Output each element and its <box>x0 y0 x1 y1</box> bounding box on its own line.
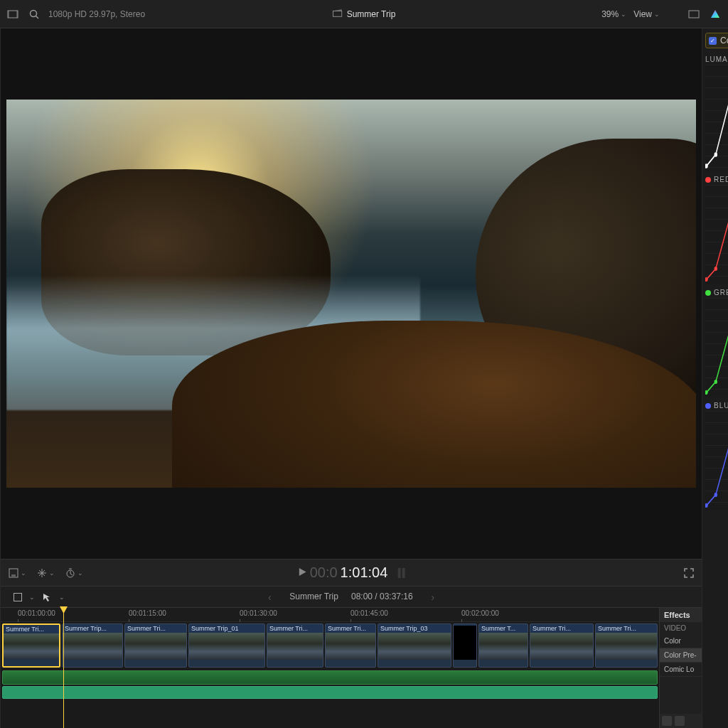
project-title: Summer Trip <box>347 9 396 19</box>
arrow-tool[interactable] <box>42 592 52 602</box>
effects-item[interactable]: Comic Lo <box>660 663 702 677</box>
timeline-title: Summer Trip <box>289 592 338 603</box>
clip-filmstrip <box>326 633 375 660</box>
clip-audio-lane <box>125 660 186 667</box>
effects-panel: Effects VIDEO ColorColor Pre-Comic Lo <box>659 608 702 728</box>
clip-filmstrip <box>596 633 657 660</box>
clip-filmstrip <box>4 633 59 659</box>
clip-header: Summer T... <box>479 624 528 633</box>
format-info: 1080p HD 29.97p, Stereo <box>48 9 145 19</box>
timeline-clip[interactable]: Summer Trip... <box>62 623 123 668</box>
timeline-clip[interactable] <box>453 623 477 668</box>
timeline-clip[interactable]: Summer Tri... <box>595 623 658 668</box>
clip-audio-lane <box>4 659 59 666</box>
prev-edit-icon[interactable]: ‹ <box>262 592 277 603</box>
curve-graph[interactable] <box>705 411 728 510</box>
effects-item[interactable]: Color <box>660 634 702 648</box>
timeline-clip[interactable]: Summer T... <box>478 623 528 668</box>
svg-rect-9 <box>11 574 16 577</box>
curve-graph[interactable] <box>705 185 728 284</box>
select-tool[interactable] <box>14 593 22 601</box>
audio-track-2[interactable] <box>2 686 658 699</box>
svg-rect-5 <box>333 11 342 16</box>
clip-filmstrip <box>267 633 323 660</box>
audio-meter-icon <box>397 568 405 578</box>
clip-header: Summer Tri... <box>4 625 59 633</box>
channel-dot-icon <box>705 177 711 183</box>
clip-audio-lane <box>267 660 323 667</box>
grid-view-icon[interactable] <box>662 716 672 726</box>
clip-audio-lane <box>63 660 122 667</box>
view-dropdown[interactable]: View⌄ <box>633 9 660 19</box>
clip-header: Summer Tri... <box>326 624 375 633</box>
ruler-tick: 00:01:00:00 <box>18 609 55 617</box>
zoom-dropdown[interactable]: 39%⌄ <box>601 9 626 19</box>
audio-track-1[interactable] <box>2 670 658 685</box>
clip-filmstrip <box>189 633 264 660</box>
clip-audio-lane <box>479 660 528 667</box>
clip-audio-lane <box>596 660 657 667</box>
svg-point-16 <box>714 267 717 271</box>
next-edit-icon[interactable]: › <box>426 592 440 603</box>
timeline-clip[interactable]: Summer Trip_03 <box>378 623 451 668</box>
timeline[interactable]: 00:01:00:0000:01:15:0000:01:30:0000:01:4… <box>1 608 659 728</box>
color-inspector: ✓ Col LUMAREDGREEBLUE <box>702 28 728 728</box>
project-title-group: Summer Trip <box>333 8 396 20</box>
list-view-icon[interactable] <box>675 716 685 726</box>
clip-audio-lane <box>378 660 451 667</box>
clip-filmstrip <box>454 626 476 660</box>
channel-dot-icon <box>705 290 711 296</box>
svg-point-20 <box>714 493 717 497</box>
svg-point-14 <box>714 152 717 156</box>
effects-footer <box>660 714 702 728</box>
frame-options-icon[interactable]: ⌄ <box>8 567 26 579</box>
svg-rect-2 <box>16 11 18 18</box>
clip-filmstrip <box>530 633 593 660</box>
clip-filmstrip <box>378 633 451 660</box>
clip-header: Summer Trip... <box>63 624 122 633</box>
viewer-toolbar: 1080p HD 29.97p, Stereo Summer Trip 39%⌄… <box>0 0 728 28</box>
timeline-duration: 08:00 / 03:37:16 <box>351 592 413 603</box>
clip-filmstrip <box>479 633 528 660</box>
playhead[interactable] <box>63 608 64 728</box>
svg-marker-11 <box>299 568 306 576</box>
inspector-effect-title[interactable]: ✓ Col <box>705 33 728 48</box>
timeline-header: ⌄ ⌄ ‹ Summer Trip 08:00 / 03:37:16 › <box>1 586 702 607</box>
timeline-clip[interactable]: Summer Tri... <box>124 623 187 668</box>
play-icon[interactable] <box>298 567 307 579</box>
clip-filmstrip <box>63 633 122 660</box>
effect-enable-checkbox[interactable]: ✓ <box>709 37 717 45</box>
viewer-canvas[interactable] <box>6 100 696 488</box>
svg-marker-7 <box>711 10 719 18</box>
timeline-clip[interactable]: Summer Trip_01 <box>188 623 265 668</box>
filmstrip-icon[interactable] <box>6 7 20 21</box>
search-icon[interactable] <box>27 7 41 21</box>
clip-header: Summer Tri... <box>530 624 593 633</box>
svg-point-3 <box>31 10 37 16</box>
curve-graph[interactable] <box>705 65 728 171</box>
color-inspector-icon[interactable] <box>708 7 722 21</box>
clip-header: Summer Tri... <box>125 624 186 633</box>
svg-line-4 <box>36 16 39 18</box>
clip-audio-lane <box>530 660 593 667</box>
video-inspector-icon[interactable] <box>687 7 701 21</box>
timeline-clip[interactable]: Summer Tri... <box>2 623 60 668</box>
fullscreen-icon[interactable] <box>683 567 695 579</box>
viewer-area <box>1 28 702 559</box>
curve-graph[interactable] <box>705 298 728 397</box>
retime-icon[interactable]: ⌄ <box>65 567 83 579</box>
timeline-clip[interactable]: Summer Tri... <box>325 623 376 668</box>
timeline-clip[interactable]: Summer Tri... <box>530 623 594 668</box>
ruler-tick: 00:01:30:00 <box>240 609 277 617</box>
timeline-ruler[interactable]: 00:01:00:0000:01:15:0000:01:30:0000:01:4… <box>1 608 659 622</box>
transform-tool-icon[interactable]: ⌄ <box>36 567 55 579</box>
curve-label: LUMA <box>705 55 728 63</box>
curve-label: GREE <box>705 289 728 296</box>
effects-subheader: VIDEO <box>660 622 702 634</box>
video-track[interactable]: Summer Tri...Summer Trip...Summer Tri...… <box>1 622 659 669</box>
svg-point-18 <box>714 380 717 384</box>
clip-audio-lane <box>326 660 375 667</box>
timeline-clip[interactable]: Summer Tri... <box>267 623 323 668</box>
effects-item[interactable]: Color Pre- <box>660 648 702 663</box>
svg-rect-6 <box>689 11 699 18</box>
